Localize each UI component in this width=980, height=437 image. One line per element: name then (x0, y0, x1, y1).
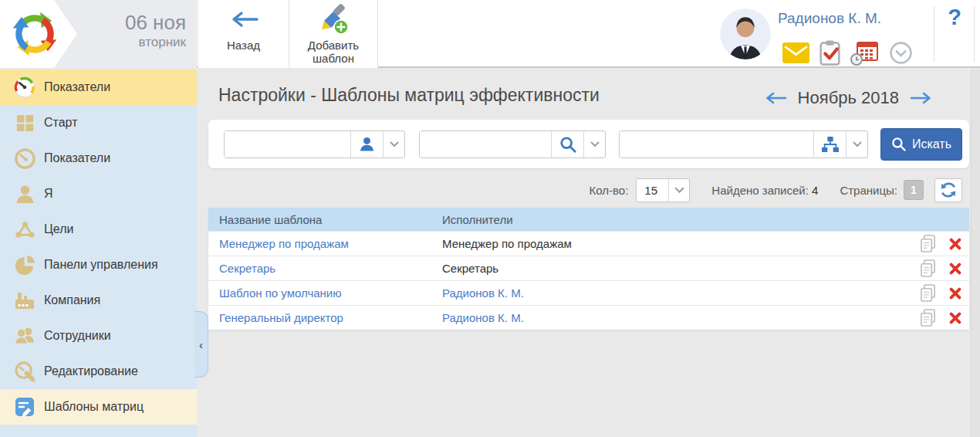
sidebar-item-label: Шаблоны матриц (44, 400, 144, 414)
sidebar-item-matrix-templates[interactable]: Шаблоны матриц (0, 389, 197, 425)
template-name-link[interactable]: Шаблон по умолчанию (219, 286, 342, 300)
sidebar-item-indicators[interactable]: Показатели (0, 141, 197, 176)
org-chart-icon[interactable] (813, 131, 846, 158)
sidebar-item-me[interactable]: Я (0, 176, 197, 212)
sidebar-item-label: Показатели (44, 151, 110, 165)
app-window: 06 ноя вторник Назад (0, 0, 980, 437)
delete-template-icon[interactable] (949, 238, 961, 250)
refresh-button[interactable] (934, 178, 962, 202)
table-row: Секретарь Секретарь (208, 256, 969, 280)
prev-month-button[interactable] (765, 92, 787, 104)
add-template-label: Добавить шаблон (289, 39, 377, 66)
employee-filter-dropdown[interactable] (383, 131, 404, 158)
records-found-text: Найдено записей: (711, 184, 809, 197)
sidebar-item-editing[interactable]: Редактирование (0, 354, 197, 389)
header-date-block: 06 ноя вторник (0, 0, 197, 68)
header: 06 ноя вторник Назад (0, 0, 980, 68)
delete-template-icon[interactable] (949, 312, 961, 324)
help-button[interactable]: ? (936, 5, 973, 43)
sidebar-item-employees[interactable]: Сотрудники (0, 318, 197, 354)
sidebar-item-goals[interactable]: Цели (0, 212, 197, 247)
templates-table: Название шаблона Исполнители Менеджер по… (208, 208, 969, 330)
sidebar: Показатели Старт Показатели (0, 69, 197, 437)
sidebar-item-label: Показатели (44, 80, 110, 94)
refresh-icon (940, 181, 957, 198)
scrollbar-track[interactable] (971, 69, 980, 437)
page-size-chevron-icon (668, 179, 689, 202)
goals-icon (13, 218, 36, 241)
sidebar-collapse-button[interactable]: ‹ (194, 311, 208, 378)
employee-filter (224, 130, 405, 158)
mail-icon[interactable] (782, 42, 809, 63)
sidebar-item-start[interactable]: Старт (0, 105, 197, 141)
delete-template-icon[interactable] (949, 287, 961, 300)
add-template-button[interactable]: Добавить шаблон (289, 0, 378, 68)
search-filter-icon[interactable] (551, 131, 583, 158)
month-navigation: Ноябрь 2018 (765, 88, 931, 108)
user-avatar[interactable] (720, 8, 771, 59)
person-icon (13, 182, 36, 205)
search-button-label: Искать (912, 137, 951, 151)
column-header-template-name[interactable]: Название шаблона (208, 213, 442, 226)
sidebar-item-indicators-root[interactable]: Показатели (0, 69, 197, 105)
copy-template-icon[interactable] (920, 309, 936, 327)
back-button-label: Назад (227, 39, 260, 52)
executors-link[interactable]: Радионов К. М. (442, 286, 524, 300)
template-name-link[interactable]: Менеджер по продажам (219, 237, 349, 250)
executors-link[interactable]: Радионов К. М. (442, 311, 524, 324)
app-logo-icon[interactable] (9, 8, 60, 59)
sidebar-item-label: Панели управления (44, 258, 158, 272)
template-name-link[interactable]: Секретарь (219, 262, 275, 275)
sidebar-item-label: Я (44, 187, 53, 201)
sidebar-item-label: Компания (44, 293, 100, 307)
gauge-icon (13, 147, 36, 170)
sidebar-item-label: Редактирование (44, 364, 138, 378)
filter-panel: Искать (208, 120, 969, 168)
table-header: Название шаблона Исполнители (208, 208, 969, 231)
column-header-executors[interactable]: Исполнители (442, 213, 895, 226)
current-date: 06 ноя вторник (125, 11, 186, 51)
people-icon (13, 324, 36, 347)
page-size-select[interactable]: 15 (636, 178, 690, 202)
search-icon (891, 137, 906, 151)
user-name[interactable]: Радионов К. М. (778, 10, 881, 27)
header-divider (934, 6, 934, 62)
factory-icon (13, 289, 36, 312)
pie-chart-icon (13, 253, 36, 276)
collapse-chevron-icon: ‹ (199, 338, 203, 351)
tasks-clipboard-icon[interactable] (819, 40, 840, 66)
template-name-link[interactable]: Генеральный директор (219, 311, 343, 324)
copy-template-icon[interactable] (920, 259, 936, 277)
back-button[interactable]: Назад (198, 0, 289, 68)
sidebar-item-label: Старт (44, 116, 77, 130)
person-filter-icon[interactable] (350, 131, 383, 158)
copy-template-icon[interactable] (920, 284, 936, 302)
page-title: Настройки - Шаблоны матриц эффективности (218, 85, 600, 106)
date-weekday: вторник (125, 35, 186, 50)
executors-value: Менеджер по продажам (442, 237, 572, 250)
copy-template-icon[interactable] (920, 235, 936, 252)
delete-template-icon[interactable] (949, 263, 961, 275)
table-row: Менеджер по продажам Менеджер по продажа… (208, 231, 969, 256)
edit-gauge-icon (13, 360, 36, 383)
text-search-dropdown[interactable] (583, 131, 605, 158)
sidebar-item-company[interactable]: Компания (0, 283, 197, 318)
user-icons (782, 40, 913, 66)
month-label: Ноябрь 2018 (798, 88, 899, 108)
table-row: Шаблон по умолчанию Радионов К. М. (208, 280, 969, 305)
user-menu-chevron-icon[interactable] (889, 41, 913, 65)
page-1-button[interactable]: 1 (904, 180, 924, 200)
header-divider-2 (974, 6, 975, 62)
main-content: Настройки - Шаблоны матриц эффективности… (197, 69, 980, 437)
table-row: Генеральный директор Радионов К. М. (208, 305, 969, 330)
employee-filter-input[interactable] (225, 131, 350, 158)
count-label: Кол-во: (590, 184, 629, 197)
page-size-value: 15 (637, 179, 668, 202)
calendar-clock-icon[interactable] (850, 41, 879, 66)
text-search-input[interactable] (420, 131, 551, 158)
next-month-button[interactable] (910, 92, 931, 104)
department-filter-input[interactable] (620, 131, 813, 158)
search-button[interactable]: Искать (880, 128, 962, 161)
sidebar-item-control-panels[interactable]: Панели управления (0, 247, 197, 283)
department-filter-dropdown[interactable] (846, 131, 867, 158)
